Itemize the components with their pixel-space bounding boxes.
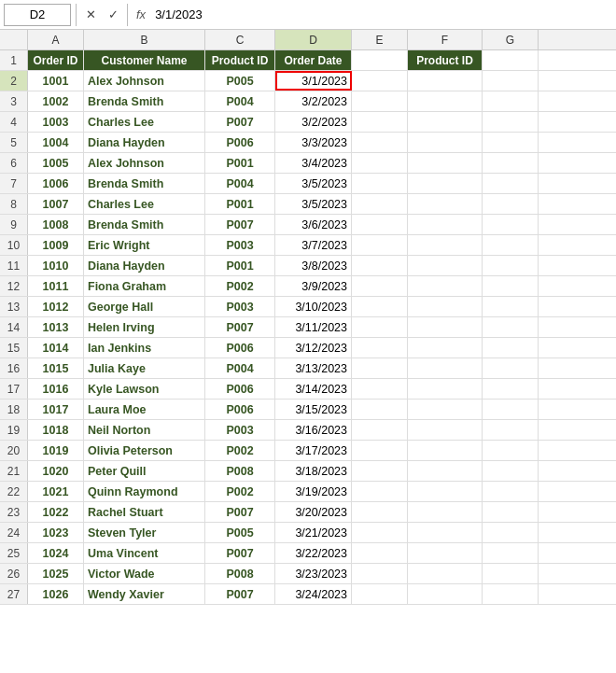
cell-B2[interactable]: Alex Johnson (84, 71, 205, 91)
cell-B5[interactable]: Diana Hayden (84, 133, 205, 152)
cell-D25[interactable]: 3/22/2023 (275, 543, 352, 563)
cell-A20[interactable]: 1019 (28, 441, 84, 460)
cell-B13[interactable]: George Hall (84, 297, 205, 316)
cell-G6[interactable] (483, 153, 539, 173)
cell-C24[interactable]: P005 (205, 523, 275, 542)
col-header-F[interactable]: F (408, 30, 483, 50)
cell-G14[interactable] (483, 317, 539, 337)
cell-G21[interactable] (483, 461, 539, 481)
cell-B26[interactable]: Victor Wade (84, 564, 205, 583)
cell-B27[interactable]: Wendy Xavier (84, 584, 205, 604)
cell-C11[interactable]: P001 (205, 256, 275, 275)
cell-E8[interactable] (352, 194, 408, 214)
cell-B15[interactable]: Ian Jenkins (84, 338, 205, 358)
col-header-B[interactable]: B (84, 30, 205, 50)
cell-C25[interactable]: P007 (205, 543, 275, 563)
cell-A3[interactable]: 1002 (28, 91, 84, 111)
cell-G26[interactable] (483, 564, 539, 583)
cell-A26[interactable]: 1025 (28, 564, 84, 583)
cell-C21[interactable]: P008 (205, 461, 275, 481)
cell-F27[interactable] (408, 584, 483, 604)
cell-F22[interactable] (408, 482, 483, 501)
col-header-C[interactable]: C (205, 30, 275, 50)
cell-D14[interactable]: 3/11/2023 (275, 317, 352, 337)
col-header-D[interactable]: D (275, 30, 352, 50)
cell-B6[interactable]: Alex Johnson (84, 153, 205, 173)
cell-G8[interactable] (483, 194, 539, 214)
cell-D20[interactable]: 3/17/2023 (275, 441, 352, 460)
confirm-formula-icon[interactable]: ✓ (104, 6, 122, 24)
cell-D1[interactable]: Order Date (275, 50, 352, 70)
cell-F18[interactable] (408, 400, 483, 419)
cell-C4[interactable]: P007 (205, 112, 275, 132)
cell-B14[interactable]: Helen Irving (84, 317, 205, 337)
cell-C14[interactable]: P007 (205, 317, 275, 337)
cell-E10[interactable] (352, 235, 408, 255)
cell-C2[interactable]: P005 (205, 71, 275, 91)
cell-D24[interactable]: 3/21/2023 (275, 523, 352, 542)
cell-C8[interactable]: P001 (205, 194, 275, 214)
cell-A21[interactable]: 1020 (28, 461, 84, 481)
cell-E6[interactable] (352, 153, 408, 173)
cell-B21[interactable]: Peter Quill (84, 461, 205, 481)
cell-D18[interactable]: 3/15/2023 (275, 400, 352, 419)
cell-D2[interactable]: 3/1/2023 (275, 71, 352, 91)
cell-E20[interactable] (352, 441, 408, 460)
cell-C17[interactable]: P006 (205, 379, 275, 399)
cell-A17[interactable]: 1016 (28, 379, 84, 399)
cell-B4[interactable]: Charles Lee (84, 112, 205, 132)
cell-C12[interactable]: P002 (205, 276, 275, 296)
cell-E19[interactable] (352, 420, 408, 440)
cell-B16[interactable]: Julia Kaye (84, 358, 205, 378)
cell-B11[interactable]: Diana Hayden (84, 256, 205, 275)
cell-A16[interactable]: 1015 (28, 358, 84, 378)
cell-E16[interactable] (352, 358, 408, 378)
cell-A7[interactable]: 1006 (28, 174, 84, 193)
cell-D13[interactable]: 3/10/2023 (275, 297, 352, 316)
cell-B17[interactable]: Kyle Lawson (84, 379, 205, 399)
cell-A14[interactable]: 1013 (28, 317, 84, 337)
cell-C3[interactable]: P004 (205, 91, 275, 111)
cell-A6[interactable]: 1005 (28, 153, 84, 173)
cell-E2[interactable] (352, 71, 408, 91)
cell-D19[interactable]: 3/16/2023 (275, 420, 352, 440)
cell-C23[interactable]: P007 (205, 502, 275, 522)
cell-F7[interactable] (408, 174, 483, 193)
cell-G24[interactable] (483, 523, 539, 542)
cell-G11[interactable] (483, 256, 539, 275)
cell-F1[interactable]: Product ID (408, 50, 483, 70)
cell-E9[interactable] (352, 215, 408, 234)
cell-E14[interactable] (352, 317, 408, 337)
cell-A8[interactable]: 1007 (28, 194, 84, 214)
cell-C26[interactable]: P008 (205, 564, 275, 583)
cell-E25[interactable] (352, 543, 408, 563)
cell-F21[interactable] (408, 461, 483, 481)
cell-E17[interactable] (352, 379, 408, 399)
cell-reference-box[interactable]: D2 (4, 4, 71, 26)
cell-C13[interactable]: P003 (205, 297, 275, 316)
cell-B20[interactable]: Olivia Peterson (84, 441, 205, 460)
cell-F9[interactable] (408, 215, 483, 234)
cell-A5[interactable]: 1004 (28, 133, 84, 152)
cell-E5[interactable] (352, 133, 408, 152)
cell-E26[interactable] (352, 564, 408, 583)
cell-A12[interactable]: 1011 (28, 276, 84, 296)
cell-D8[interactable]: 3/5/2023 (275, 194, 352, 214)
cell-B10[interactable]: Eric Wright (84, 235, 205, 255)
cell-E24[interactable] (352, 523, 408, 542)
cell-F3[interactable] (408, 91, 483, 111)
cell-B9[interactable]: Brenda Smith (84, 215, 205, 234)
cell-D23[interactable]: 3/20/2023 (275, 502, 352, 522)
cell-E12[interactable] (352, 276, 408, 296)
cell-C22[interactable]: P002 (205, 482, 275, 501)
cell-F25[interactable] (408, 543, 483, 563)
cell-G3[interactable] (483, 91, 539, 111)
cell-B19[interactable]: Neil Norton (84, 420, 205, 440)
cell-A1[interactable]: Order ID (28, 50, 84, 70)
cell-D22[interactable]: 3/19/2023 (275, 482, 352, 501)
cell-C7[interactable]: P004 (205, 174, 275, 193)
cell-E4[interactable] (352, 112, 408, 132)
cell-G5[interactable] (483, 133, 539, 152)
cell-C27[interactable]: P007 (205, 584, 275, 604)
cell-B12[interactable]: Fiona Graham (84, 276, 205, 296)
